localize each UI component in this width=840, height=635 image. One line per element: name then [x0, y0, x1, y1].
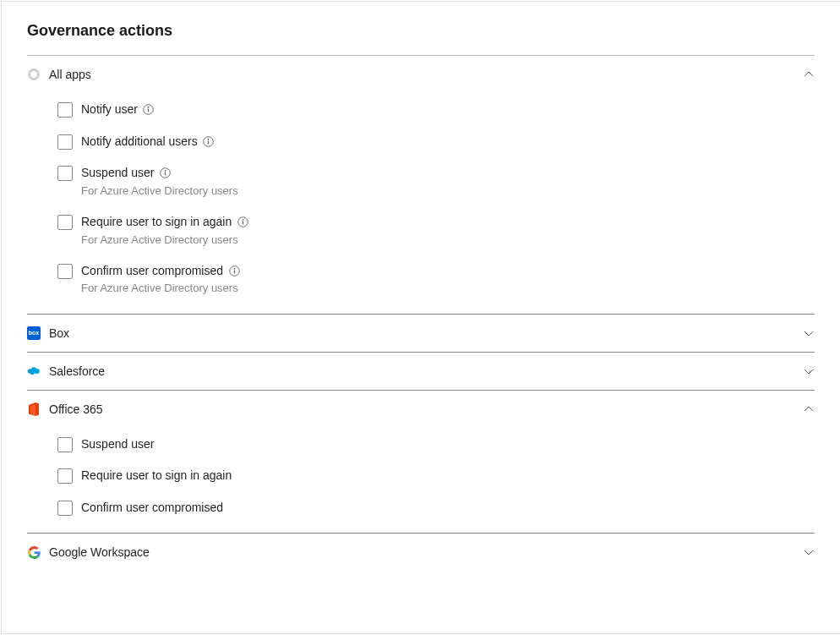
option-notify-user: Notify user: [57, 101, 815, 118]
checkbox-notify-user[interactable]: [57, 102, 73, 118]
checkbox-suspend-user[interactable]: [57, 166, 73, 181]
box-icon: box: [27, 326, 41, 340]
svg-point-1: [148, 107, 150, 108]
option-o365-suspend-user: Suspend user: [57, 436, 815, 453]
chevron-down-icon: [803, 327, 815, 339]
checkbox-require-signin-again[interactable]: [57, 215, 73, 230]
section-header-salesforce[interactable]: Salesforce: [27, 353, 815, 390]
google-icon: [27, 545, 41, 559]
svg-point-13: [233, 268, 235, 270]
section-all-apps: All apps Notify user: [27, 56, 815, 314]
svg-point-10: [242, 219, 243, 221]
option-label: Notify additional users: [81, 134, 198, 151]
chevron-up-icon: [803, 403, 815, 415]
svg-rect-8: [165, 172, 166, 176]
section-header-office365[interactable]: Office 365: [27, 391, 815, 428]
option-o365-require-signin-again: Require user to sign in again: [57, 468, 815, 484]
info-icon[interactable]: [159, 167, 171, 179]
info-icon[interactable]: [143, 104, 155, 116]
svg-rect-2: [148, 109, 149, 112]
chevron-down-icon: [803, 546, 815, 558]
option-confirm-user-compromised: Confirm user compromised For Azure Activ…: [57, 263, 815, 297]
checkbox-o365-confirm-user-compromised[interactable]: [57, 501, 73, 516]
option-o365-confirm-user-compromised: Confirm user compromised: [57, 500, 815, 517]
section-label: Box: [49, 326, 803, 340]
section-header-all-apps[interactable]: All apps: [27, 56, 815, 93]
checkbox-o365-require-signin-again[interactable]: [57, 468, 73, 484]
svg-rect-14: [233, 271, 234, 274]
info-icon[interactable]: [203, 135, 215, 147]
option-label: Suspend user: [81, 436, 154, 453]
svg-point-4: [208, 139, 210, 140]
section-body-office365: Suspend user Require user to sign in aga…: [27, 428, 815, 534]
governance-actions-panel: Governance actions All apps Notify user: [1, 1, 840, 634]
section-label: Office 365: [49, 402, 803, 416]
section-office365: Office 365 Suspend user Require user to …: [27, 391, 815, 534]
option-label: Require user to sign in again: [81, 468, 232, 484]
option-label: Require user to sign in again: [81, 214, 232, 231]
info-icon[interactable]: [237, 216, 248, 228]
option-label: Suspend user: [81, 165, 154, 182]
section-box: box Box: [27, 315, 815, 352]
svg-point-7: [165, 171, 166, 172]
office365-icon: [27, 402, 41, 416]
chevron-up-icon: [803, 68, 815, 80]
all-apps-icon: [27, 68, 41, 81]
option-require-signin-again: Require user to sign in again For Azure …: [57, 214, 815, 248]
section-label: Google Workspace: [49, 545, 803, 559]
panel-title: Governance actions: [27, 22, 815, 40]
checkbox-o365-suspend-user[interactable]: [57, 437, 73, 452]
option-notify-additional-users: Notify additional users: [57, 134, 815, 151]
option-sublabel: For Azure Active Directory users: [81, 183, 238, 199]
option-suspend-user: Suspend user For Azure Active Directory …: [57, 165, 815, 199]
option-sublabel: For Azure Active Directory users: [81, 233, 248, 248]
info-icon[interactable]: [228, 265, 240, 277]
svg-point-17: [34, 369, 39, 374]
section-salesforce: Salesforce: [27, 353, 815, 390]
section-label: All apps: [49, 68, 803, 81]
section-body-all-apps: Notify user Notify additional users: [27, 93, 815, 314]
svg-rect-11: [243, 222, 243, 225]
section-google-workspace: Google Workspace: [27, 534, 815, 571]
section-label: Salesforce: [49, 364, 803, 378]
section-header-google-workspace[interactable]: Google Workspace: [27, 534, 815, 571]
section-header-box[interactable]: box Box: [27, 315, 815, 352]
chevron-down-icon: [803, 365, 815, 377]
option-label: Confirm user compromised: [81, 263, 223, 280]
option-label: Notify user: [81, 101, 138, 118]
option-label: Confirm user compromised: [81, 500, 223, 517]
checkbox-confirm-user-compromised[interactable]: [57, 264, 73, 279]
salesforce-icon: [27, 364, 41, 378]
svg-point-18: [30, 370, 35, 375]
checkbox-notify-additional-users[interactable]: [57, 134, 73, 150]
option-sublabel: For Azure Active Directory users: [81, 281, 240, 296]
svg-rect-5: [208, 140, 209, 144]
